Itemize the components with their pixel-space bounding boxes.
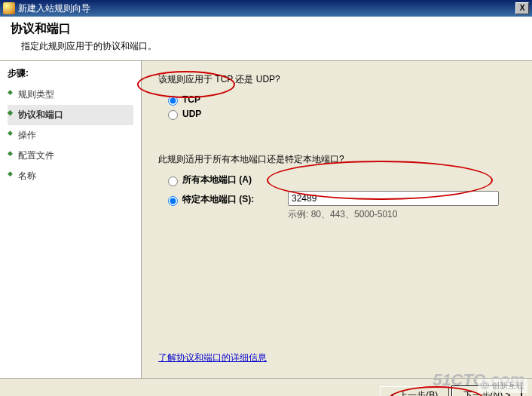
wizard-content: 该规则应用于 TCP 还是 UDP? TCP UDP 此规则适用于所有本地端口还… — [142, 61, 532, 378]
titlebar: 新建入站规则向导 X — [0, 0, 532, 17]
next-button[interactable]: 下一步(N) > — [452, 386, 521, 396]
udp-radio[interactable] — [168, 110, 178, 120]
step-action[interactable]: 操作 — [8, 125, 133, 146]
wizard-header: 协议和端口 指定此规则应用于的协议和端口。 — [0, 17, 532, 61]
udp-label: UDP — [182, 109, 201, 119]
wizard-footer: < 上一步(B) 下一步(N) > 取消 — [0, 378, 532, 396]
all-ports-radio[interactable] — [168, 177, 178, 186]
all-ports-label: 所有本地端口 (A) — [182, 173, 252, 186]
tcp-radio[interactable] — [168, 96, 178, 106]
steps-sidebar: 步骤: 规则类型 协议和端口 操作 配置文件 名称 — [0, 61, 142, 378]
protocol-question: 该规则应用于 TCP 还是 UDP? — [158, 73, 515, 86]
step-name[interactable]: 名称 — [8, 166, 133, 186]
step-rule-type[interactable]: 规则类型 — [8, 84, 133, 105]
step-profile[interactable]: 配置文件 — [8, 146, 133, 166]
port-question: 此规则适用于所有本地端口还是特定本地端口? — [158, 153, 515, 166]
close-button[interactable]: X — [515, 2, 529, 14]
specific-ports-label: 特定本地端口 (S): — [182, 193, 254, 206]
steps-label: 步骤: — [8, 67, 133, 80]
back-button[interactable]: < 上一步(B) — [380, 386, 449, 396]
port-example: 示例: 80、443、5000-5010 — [288, 208, 397, 221]
tcp-label: TCP — [182, 94, 200, 105]
page-title: 协议和端口 — [11, 21, 521, 37]
port-input[interactable] — [288, 191, 499, 206]
step-protocol-port[interactable]: 协议和端口 — [8, 105, 133, 125]
window-title: 新建入站规则向导 — [18, 2, 515, 15]
specific-ports-radio[interactable] — [168, 196, 178, 206]
page-subtitle: 指定此规则应用于的协议和端口。 — [21, 40, 521, 53]
wizard-icon — [3, 2, 15, 14]
learn-more-link[interactable]: 了解协议和端口的详细信息 — [158, 351, 267, 364]
